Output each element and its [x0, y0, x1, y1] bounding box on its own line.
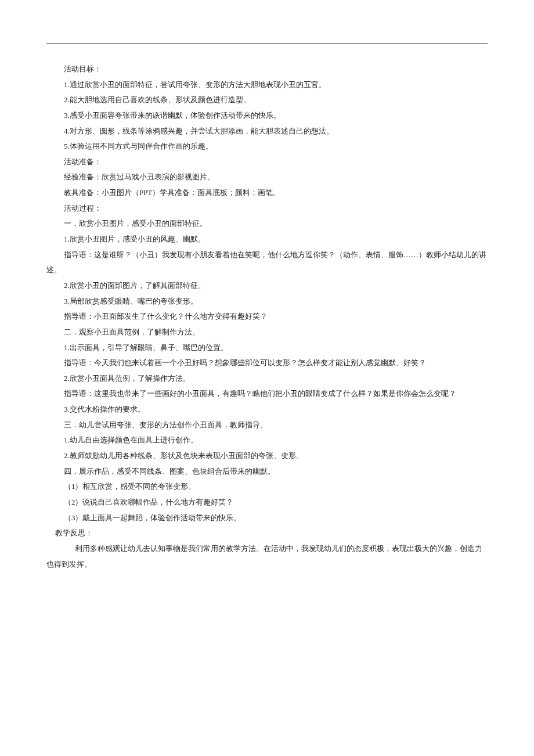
paragraph-line: 2.能大胆地选用自己喜欢的线条、形状及颜色进行造型。 [46, 92, 488, 108]
paragraph-line: 5.体验运用不同方式与同伴合作作画的乐趣。 [46, 139, 488, 154]
paragraph-line: 二．观察小丑面具范例，了解制作方法。 [46, 325, 488, 340]
paragraph-line: 1.欣赏小丑图片，感受小丑的风趣、幽默。 [46, 232, 488, 247]
document-body: 活动目标：1.通过欣赏小丑的面部特征，尝试用夸张、变形的方法大胆地表现小丑的五官… [46, 62, 488, 572]
paragraph-line: 指导语：今天我们也来试着画一个小丑好吗？想象哪些部位可以变形？怎么样变才能让别人… [46, 355, 488, 371]
paragraph-line: 一．欣赏小丑图片，感受小丑的面部特征。 [46, 216, 488, 232]
paragraph-line: 1.通过欣赏小丑的面部特征，尝试用夸张、变形的方法大胆地表现小丑的五官。 [46, 77, 488, 93]
paragraph-line: （2）说说自己喜欢哪幅作品，什么地方有趣好笑？ [46, 495, 488, 510]
paragraph-line: 4.对方形、圆形，线条等涂鸦感兴趣，并尝试大胆添画，能大胆表述自己的想法。 [46, 124, 488, 139]
paragraph-line: 1.出示面具，引导了解眼睛、鼻子、嘴巴的位置。 [46, 340, 488, 356]
paragraph-line: 活动目标： [46, 62, 488, 77]
paragraph-line: （3）戴上面具一起舞蹈，体验创作活动带来的快乐。 [46, 510, 488, 526]
paragraph-line: 3.感受小丑面容夸张带来的诙谐幽默，体验创作活动带来的快乐。 [46, 108, 488, 124]
paragraph-line: 教具准备：小丑图片（PPT）学具准备：面具底板；颜料；画笔。 [46, 185, 488, 201]
paragraph-line: 四．展示作品，感受不同线条、图案、色块组合后带来的幽默。 [46, 464, 488, 480]
paragraph-line: 活动准备： [46, 154, 488, 170]
paragraph-line: 3.交代水粉操作的要求。 [46, 402, 488, 417]
paragraph-line: 三．幼儿尝试用夸张、变形的方法创作小丑面具，教师指导。 [46, 417, 488, 433]
document-page: 活动目标：1.通过欣赏小丑的面部特征，尝试用夸张、变形的方法大胆地表现小丑的五官… [0, 0, 534, 607]
paragraph-line: 指导语：小丑面部发生了什么变化？什么地方变得有趣好笑？ [46, 309, 488, 325]
paragraph-line: 2.欣赏小丑的面部图片，了解其面部特征。 [46, 278, 488, 294]
paragraph-line: 经验准备：欣赏过马戏小丑表演的影视图片。 [46, 170, 488, 185]
horizontal-rule [46, 44, 488, 44]
paragraph-line: 1.幼儿自由选择颜色在面具上进行创作。 [46, 433, 488, 448]
paragraph-line: 活动过程： [46, 201, 488, 217]
paragraph-line: 2.教师鼓励幼儿用各种线条、形状及色块来表现小丑面部的夸张、变形。 [46, 448, 488, 464]
paragraph-line: 利用多种感观让幼儿去认知事物是我们常用的教学方法。在活动中，我发现幼儿们的态度积… [46, 541, 488, 572]
paragraph-line: 2.欣赏小丑面具范例，了解操作方法。 [46, 371, 488, 387]
paragraph-line: 3.局部欣赏感受眼睛、嘴巴的夸张变形。 [46, 294, 488, 309]
paragraph-line: 教学反思： [46, 525, 488, 541]
paragraph-line: （1）相互欣赏，感受不同的夸张变形。 [46, 479, 488, 495]
paragraph-line: 指导语：这里我也带来了一些画好的小丑面具，有趣吗？瞧他们把小丑的眼睛变成了什么样… [46, 386, 488, 402]
paragraph-line: 指导语：这是谁呀？（小丑）我发现有小朋友看着他在笑呢，他什么地方逗你笑？（动作、… [46, 247, 488, 278]
